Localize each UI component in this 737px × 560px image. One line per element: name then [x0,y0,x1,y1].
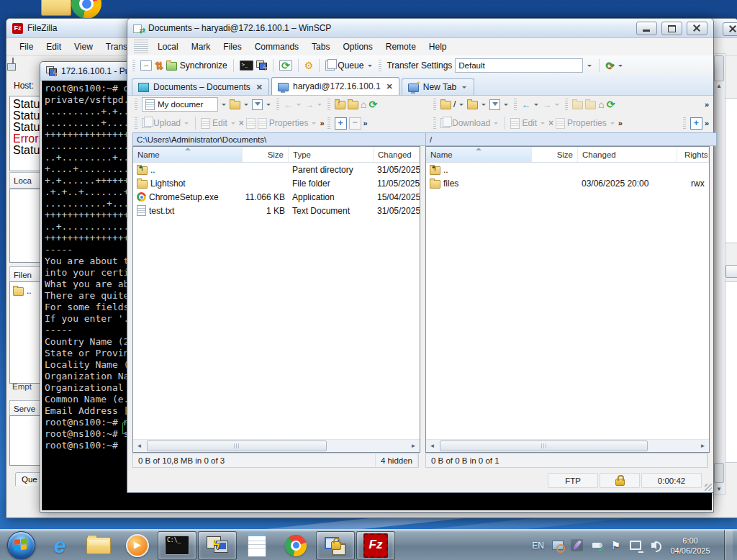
forward-icon[interactable]: → [304,100,314,109]
parent-dir-row[interactable]: .. [27,286,32,296]
filezilla-fragment-button[interactable] [725,265,737,278]
home-directory-icon[interactable]: ⌂ [361,100,366,109]
menu-remote[interactable]: Remote [380,40,422,53]
screenshot-tray-icon[interactable] [551,539,564,551]
new-tab-dropdown[interactable] [462,86,466,91]
edit-icon[interactable] [201,118,210,129]
open-directory-dropdown[interactable] [244,104,248,108]
filezilla-menu-view[interactable]: View [68,41,99,53]
column-header-size[interactable]: Size [243,147,289,162]
add-column-button[interactable]: + [335,117,347,130]
toolbar-overflow-chevron[interactable]: » [618,119,621,127]
back-icon[interactable]: ← [521,100,530,109]
edit-button[interactable]: Edit [212,118,227,128]
open-directory-icon[interactable] [230,101,240,109]
remote-address-dropdown[interactable] [459,104,464,108]
local-address-dropdown[interactable] [222,104,226,108]
tab-documents[interactable]: Documents – Documents ✕ [132,78,269,95]
menu-tabs[interactable]: Tabs [306,40,335,53]
download-button[interactable]: Download [452,118,490,128]
parent-directory-icon[interactable] [572,101,583,109]
local-hidden-count[interactable]: 4 hidden [376,454,418,466]
open-console-icon[interactable]: >_ [240,60,253,71]
properties-button[interactable]: Properties [567,118,607,128]
upload-icon[interactable] [142,118,151,128]
file-row[interactable]: .. [426,163,709,176]
tab-close-icon[interactable]: ✕ [385,82,393,91]
local-path-bar[interactable]: C:\Users\Administrator\Documents\ [132,132,428,146]
filezilla-menu-edit[interactable]: Edit [40,41,67,53]
rename-icon[interactable] [556,118,565,129]
properties-button[interactable]: Properties [269,118,309,128]
tray-clock[interactable]: 6:00 04/06/2025 [668,536,713,556]
delete-icon[interactable]: × [548,119,553,127]
transfer-settings-combo[interactable]: Default [455,58,583,73]
encryption-cell[interactable] [600,473,640,488]
column-header-name[interactable]: Name [426,147,532,162]
session-duration[interactable]: 0:00:42 [641,473,702,488]
filezilla-vertical-scrollbar[interactable]: ▲ ▼ [713,53,725,495]
remote-address-combo[interactable]: / [453,99,456,109]
preferences-gear-icon[interactable]: ⚙ [304,60,314,71]
language-indicator[interactable]: EN [532,541,544,551]
taskbar-windows-explorer[interactable] [80,532,117,559]
rename-icon[interactable] [246,118,256,129]
tab-new-tab[interactable]: New Tab [402,78,474,95]
show-desktop-button[interactable] [724,530,733,560]
tab-close-icon[interactable]: ✕ [255,83,263,92]
column-header-size[interactable]: Size [532,147,578,162]
file-row[interactable]: files 03/06/2025 20:00 rwx [426,176,709,190]
transfer-settings-dropdown[interactable] [587,65,592,69]
toolbar-overflow-chevron[interactable]: » [705,119,713,127]
winscp-titlebar[interactable]: Documents – haryadi@172.16.100.1 – WinSC… [127,19,713,38]
toolbar-overflow-chevron[interactable]: » [320,119,322,127]
remote-path-bar[interactable]: / [425,132,717,146]
root-directory-icon[interactable] [348,101,358,109]
toolbar-overflow-chevron[interactable]: » [363,119,366,127]
volume-icon[interactable] [648,539,661,551]
file-row[interactable]: test.txt 1 KB Text Document 31/05/2025 [133,204,420,217]
taskbar-command-prompt[interactable]: C:\_ [158,531,196,560]
delete-icon[interactable]: × [239,119,244,127]
usb-safely-remove-icon[interactable] [590,539,602,551]
remote-horizontal-scrollbar[interactable]: ◄ ► [426,439,709,452]
forward-icon[interactable]: → [542,100,551,109]
back-icon[interactable]: ← [284,100,293,109]
file-row[interactable]: .. Parent directory 31/05/2025 [133,163,420,176]
network-icon[interactable] [629,539,641,551]
menu-commands[interactable]: Commands [249,40,304,53]
taskbar-winscp[interactable] [316,531,355,560]
local-address-combo[interactable]: My documer [142,97,218,112]
open-directory-dropdown[interactable] [481,104,486,108]
transfer-options-dropdown[interactable] [618,65,623,69]
column-header-name[interactable]: Name [133,147,243,162]
taskbar-internet-explorer[interactable]: e [41,532,78,559]
upload-button[interactable]: Upload [153,118,181,128]
home-directory-icon[interactable]: ⌂ [598,100,604,109]
properties-icon[interactable] [258,118,267,129]
edit-icon[interactable] [510,118,520,129]
maximize-button[interactable] [661,22,682,35]
taskbar-filezilla[interactable]: Fz [356,531,395,560]
download-icon[interactable] [440,118,450,128]
protocol-indicator[interactable]: FTP [548,473,598,488]
site-manager-icon[interactable] [12,58,14,68]
menu-help[interactable]: Help [423,40,453,53]
filter-dropdown[interactable] [266,104,271,108]
taskbar-media-player[interactable]: ▶ [119,532,156,559]
local-horizontal-scrollbar[interactable]: ◄ ► [133,439,420,452]
lightshot-feather-icon[interactable] [571,539,583,551]
file-row[interactable]: ChromeSetup.exe 11.066 KB Application 15… [133,190,420,204]
add-column-button[interactable]: + [690,117,702,130]
desktop-folder-icon[interactable] [41,0,71,16]
column-header-changed[interactable]: Changed [578,147,677,162]
file-row[interactable]: Lightshot File folder 11/05/2025 [133,176,420,190]
edit-button[interactable]: Edit [522,118,537,128]
parent-directory-icon[interactable] [335,101,345,109]
close-button[interactable] [687,22,707,35]
column-header-rights[interactable]: Rights [677,147,709,162]
preferences-layout-icon[interactable]: ↔ [140,60,152,71]
toolbar-overflow-chevron[interactable]: » [705,100,713,109]
refresh-icon[interactable]: ⟳ [368,100,377,109]
synchronize-button[interactable]: Synchronize [166,60,227,71]
